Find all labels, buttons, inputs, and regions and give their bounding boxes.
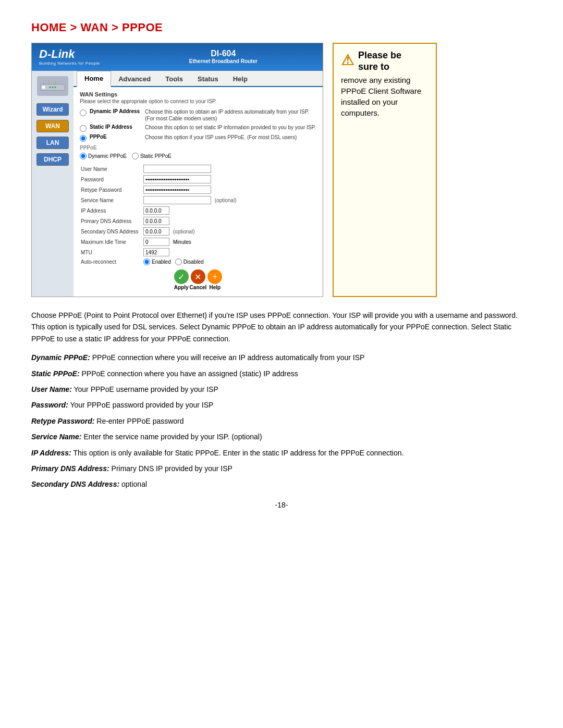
service-name-def: Enter the service name provided by your … bbox=[83, 433, 262, 441]
lan-button[interactable]: LAN bbox=[36, 137, 69, 149]
ip-address-input[interactable] bbox=[143, 206, 169, 215]
disabled-radio[interactable] bbox=[175, 258, 182, 265]
max-idle-input[interactable] bbox=[143, 238, 169, 246]
static-pppoe-label[interactable]: Static PPPoE bbox=[132, 153, 172, 159]
apply-btn-wrap: ✓ Apply bbox=[174, 269, 189, 290]
apply-button[interactable]: ✓ bbox=[174, 269, 189, 284]
retype-password-input[interactable] bbox=[143, 186, 211, 194]
warning-title-line2: sure to bbox=[358, 61, 401, 73]
secondary-dns-label: Secondary DNS Address bbox=[80, 226, 142, 237]
nav-home[interactable]: Home bbox=[77, 71, 111, 87]
pppoe-row: PPPoE Choose this option if your ISP use… bbox=[80, 134, 316, 142]
page-number: -18- bbox=[31, 501, 532, 509]
help-btn-wrap: + Help bbox=[207, 269, 222, 290]
primary-dns-def: Primary DNS IP provided by your ISP bbox=[112, 464, 232, 473]
nav-advanced[interactable]: Advanced bbox=[111, 71, 158, 86]
static-ip-desc: Choose this option to set static IP info… bbox=[145, 124, 316, 131]
service-name-optional: (optional) bbox=[215, 198, 237, 203]
username-term-label: User Name: bbox=[31, 385, 72, 393]
dynamic-pppoe-term: Dynamic PPPoE: PPPoE connection where yo… bbox=[31, 352, 532, 363]
dynamic-pppoe-label[interactable]: Dynamic PPPoE bbox=[80, 153, 127, 159]
dynamic-pppoe-text: Dynamic PPPoE bbox=[88, 153, 127, 159]
password-input[interactable] bbox=[143, 175, 211, 183]
dynamic-pppoe-def: PPPoE connection where you will receive … bbox=[92, 353, 365, 362]
service-name-label: Service Name bbox=[80, 195, 142, 205]
dynamic-ip-radio[interactable] bbox=[80, 109, 87, 116]
nav-tools[interactable]: Tools bbox=[158, 71, 190, 86]
warning-icon: ⚠ bbox=[341, 50, 354, 70]
warning-box: ⚠ Please be sure to remove any existing … bbox=[333, 43, 437, 297]
router-form: WAN Settings Please select the appropria… bbox=[74, 87, 323, 297]
secondary-dns-input[interactable] bbox=[143, 227, 169, 236]
action-row: ✓ Apply ✕ Cancel + Help bbox=[80, 266, 316, 292]
primary-dns-term: Primary DNS Address: Primary DNS IP prov… bbox=[31, 463, 532, 474]
retype-password-row: Retype Password bbox=[80, 184, 316, 195]
dhcp-button[interactable]: DHCP bbox=[36, 153, 69, 166]
retype-password-def: Re-enter PPPoE password bbox=[96, 417, 183, 425]
ip-address-term-label: IP Address: bbox=[31, 449, 71, 457]
apply-label: Apply bbox=[174, 285, 189, 290]
retype-password-label: Retype Password bbox=[80, 184, 142, 195]
primary-dns-term-label: Primary DNS Address: bbox=[31, 464, 109, 473]
enabled-radio[interactable] bbox=[143, 258, 150, 265]
retype-password-term: Retype Password: Re-enter PPPoE password bbox=[31, 415, 532, 427]
router-header: D-Link Building Networks for People DI-6… bbox=[32, 43, 323, 71]
router-nav: Home Advanced Tools Status Help bbox=[74, 71, 323, 87]
secondary-dns-def: optional bbox=[121, 480, 147, 488]
username-input[interactable] bbox=[143, 165, 211, 173]
ip-address-term: IP Address: This option is only availabl… bbox=[31, 447, 532, 459]
main-layout: D-Link Building Networks for People DI-6… bbox=[31, 43, 532, 297]
help-button[interactable]: + bbox=[207, 269, 222, 284]
password-def: Your PPPoE password provided by your ISP bbox=[70, 401, 213, 409]
mtu-input[interactable] bbox=[143, 248, 169, 256]
static-pppoe-radio[interactable] bbox=[132, 153, 139, 159]
intro-paragraph: Choose PPPoE (Point to Point Protocol ov… bbox=[31, 310, 532, 344]
wan-button[interactable]: WAN bbox=[36, 120, 69, 132]
nav-help[interactable]: Help bbox=[226, 71, 255, 86]
cancel-button[interactable]: ✕ bbox=[191, 269, 205, 284]
static-ip-radio[interactable] bbox=[80, 125, 87, 132]
dynamic-pppoe-radio[interactable] bbox=[80, 153, 87, 159]
username-row: User Name bbox=[80, 164, 316, 174]
dynamic-ip-row: Dynamic IP Address Choose this option to… bbox=[80, 108, 316, 122]
pppoe-section-label: PPPoE bbox=[80, 145, 316, 151]
svg-point-4 bbox=[54, 87, 56, 88]
ip-address-row: IP Address bbox=[80, 205, 316, 216]
cancel-label: Cancel bbox=[190, 285, 207, 290]
auto-reconnect-label: Auto-reconnect bbox=[80, 257, 142, 266]
pppoe-desc: Choose this option if your ISP uses PPPo… bbox=[145, 134, 297, 141]
page-title: HOME > WAN > PPPOE bbox=[31, 21, 532, 34]
service-name-row: Service Name (optional) bbox=[80, 195, 316, 205]
auto-reconnect-row: Auto-reconnect Enabled Disabl bbox=[80, 257, 316, 266]
disabled-text: Disabled bbox=[183, 259, 204, 265]
username-label: User Name bbox=[80, 164, 142, 174]
router-sidebar: Wizard WAN LAN DHCP bbox=[32, 71, 74, 297]
svg-rect-7 bbox=[55, 81, 56, 85]
primary-dns-input[interactable] bbox=[143, 217, 169, 225]
router-content: Home Advanced Tools Status Help WAN Sett… bbox=[74, 71, 323, 297]
static-ip-label: Static IP Address bbox=[90, 124, 142, 130]
dlink-logo: D-Link Building Networks for People bbox=[39, 47, 131, 66]
mtu-label: MTU bbox=[80, 247, 142, 257]
password-row: Password bbox=[80, 174, 316, 184]
max-idle-row: Maximum Idle Time Minutes bbox=[80, 237, 316, 247]
secondary-dns-term: Secondary DNS Address: optional bbox=[31, 478, 532, 490]
username-def: Your PPPoE username provided by your ISP bbox=[74, 385, 218, 393]
logo-sub: Building Networks for People bbox=[39, 61, 131, 66]
router-body: Wizard WAN LAN DHCP Home Advanced Tools … bbox=[32, 71, 323, 297]
password-term: Password: Your PPPoE password provided b… bbox=[31, 399, 532, 411]
enabled-label[interactable]: Enabled bbox=[143, 258, 171, 265]
model-description: Ethernet Broadband Router bbox=[131, 58, 315, 64]
pppoe-radio[interactable] bbox=[80, 135, 87, 142]
retype-password-term-label: Retype Password: bbox=[31, 417, 94, 425]
wizard-button[interactable]: Wizard bbox=[36, 103, 69, 116]
ip-address-label: IP Address bbox=[80, 205, 142, 216]
nav-status[interactable]: Status bbox=[190, 71, 226, 86]
password-label: Password bbox=[80, 174, 142, 184]
svg-point-2 bbox=[49, 87, 51, 88]
service-name-input[interactable] bbox=[143, 196, 211, 204]
model-number: DI-604 bbox=[131, 49, 315, 58]
help-label: Help bbox=[210, 285, 221, 290]
disabled-label[interactable]: Disabled bbox=[175, 258, 204, 265]
static-pppoe-term: Static PPPoE: PPPoE connection where you… bbox=[31, 368, 532, 379]
